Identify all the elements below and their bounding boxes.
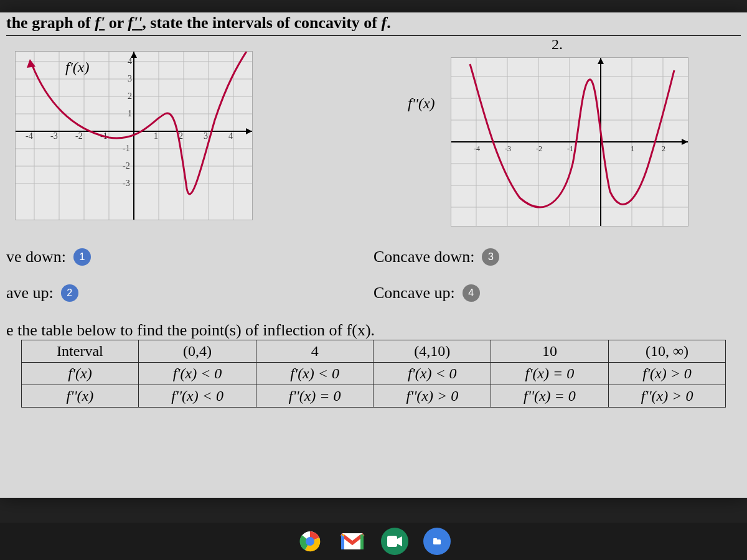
title-f1: f'	[95, 14, 105, 32]
graph-right-col: 2. f''(x)	[374, 36, 741, 235]
concave-up-right: Concave up: 4	[374, 284, 741, 302]
svg-text:-2: -2	[536, 144, 542, 153]
answers-row: ve down: 1 ave up: 2 Concave down: 3 Con…	[6, 248, 741, 302]
table-intro: e the table below to find the point(s) o…	[6, 321, 741, 340]
chrome-icon[interactable]	[296, 528, 324, 555]
graph-left-plot	[16, 52, 252, 220]
taskbar	[0, 523, 747, 560]
svg-marker-34	[598, 58, 604, 64]
gmail-icon[interactable]	[339, 528, 366, 555]
concave-up-label: Concave up:	[374, 284, 455, 302]
svg-text:1: 1	[631, 144, 634, 153]
svg-rect-51	[433, 538, 437, 540]
svg-text:2: 2	[662, 144, 665, 153]
answers-right: Concave down: 3 Concave up: 4	[374, 248, 741, 302]
table-row: f'(x) f'(x) < 0 f'(x) < 0 f'(x) < 0 f'(x…	[21, 363, 726, 385]
table-row: Interval (0,4) 4 (4,10) 10 (10, ∞)	[21, 340, 726, 363]
graph-right-axis-label: f''(x)	[408, 95, 435, 112]
inflection-table: Interval (0,4) 4 (4,10) 10 (10, ∞) f'(x)…	[21, 340, 726, 408]
graph-right: f''(x)	[451, 57, 688, 226]
table-cell: f''(x)	[21, 385, 139, 408]
svg-rect-48	[387, 536, 397, 547]
svg-text:-3: -3	[505, 144, 511, 153]
graph-right-plot: -4-3 -2-1 12	[451, 58, 688, 226]
table-cell: f'(x) < 0	[139, 363, 256, 385]
title-mid: or	[105, 14, 128, 32]
svg-marker-17	[131, 52, 137, 58]
table-cell: (10, ∞)	[608, 340, 726, 363]
answer-badge-2[interactable]: 2	[61, 284, 78, 302]
title-f2: f''	[128, 14, 142, 32]
answer-badge-4[interactable]: 4	[463, 284, 480, 302]
graphs-row: f'(x) 4 3 2 1 -1 -2 -3 -4 -3 -2 -1 1 2	[6, 36, 741, 235]
concave-up-label: ave up:	[6, 284, 54, 302]
problem-number: 2.	[552, 36, 563, 53]
svg-text:-4: -4	[474, 144, 480, 153]
table-cell: f''(x) > 0	[608, 385, 726, 408]
page-content: the graph of f' or f'', state the interv…	[0, 12, 747, 408]
table-cell: 4	[256, 340, 374, 363]
graph-left: f'(x) 4 3 2 1 -1 -2 -3 -4 -3 -2 -1 1 2	[15, 51, 253, 220]
concave-up-left: ave up: 2	[6, 284, 374, 302]
concave-down-left: ve down: 1	[6, 248, 374, 266]
svg-text:-1: -1	[567, 144, 573, 153]
title-end: .	[387, 14, 391, 32]
concave-down-right: Concave down: 3	[374, 248, 741, 266]
table-cell: f'(x) = 0	[491, 363, 609, 385]
answer-badge-1[interactable]: 1	[73, 248, 91, 266]
table-cell: (4,10)	[374, 340, 491, 363]
table-cell: f'(x) > 0	[608, 363, 726, 385]
table-cell: Interval	[21, 340, 139, 363]
meet-icon[interactable]	[381, 528, 408, 555]
files-icon[interactable]	[423, 528, 451, 555]
svg-marker-18	[246, 128, 252, 134]
title-prefix: the graph of	[6, 14, 95, 32]
answer-badge-3[interactable]: 3	[482, 248, 499, 266]
table-cell: f'(x)	[21, 363, 139, 385]
svg-rect-50	[433, 539, 441, 544]
concave-down-label: ve down:	[6, 248, 66, 266]
table-cell: (0,4)	[139, 340, 256, 363]
svg-marker-35	[682, 139, 688, 145]
graph-left-col: f'(x) 4 3 2 1 -1 -2 -3 -4 -3 -2 -1 1 2	[6, 36, 374, 235]
answers-left: ve down: 1 ave up: 2	[6, 248, 374, 302]
table-cell: 10	[491, 340, 609, 363]
table-cell: f''(x) > 0	[374, 385, 491, 408]
table-cell: f'(x) < 0	[256, 363, 374, 385]
concave-down-label: Concave down:	[374, 248, 474, 266]
table-cell: f''(x) = 0	[491, 385, 609, 408]
title-suffix: , state the intervals of concavity of	[142, 14, 381, 32]
table-cell: f'(x) < 0	[374, 363, 491, 385]
screen: the graph of f' or f'', state the interv…	[0, 12, 747, 498]
table-cell: f''(x) < 0	[139, 385, 256, 408]
table-cell: f''(x) = 0	[256, 385, 374, 408]
title-f: f	[382, 14, 387, 32]
page-title: the graph of f' or f'', state the interv…	[6, 12, 741, 36]
table-row: f''(x) f''(x) < 0 f''(x) = 0 f''(x) > 0 …	[21, 385, 726, 408]
